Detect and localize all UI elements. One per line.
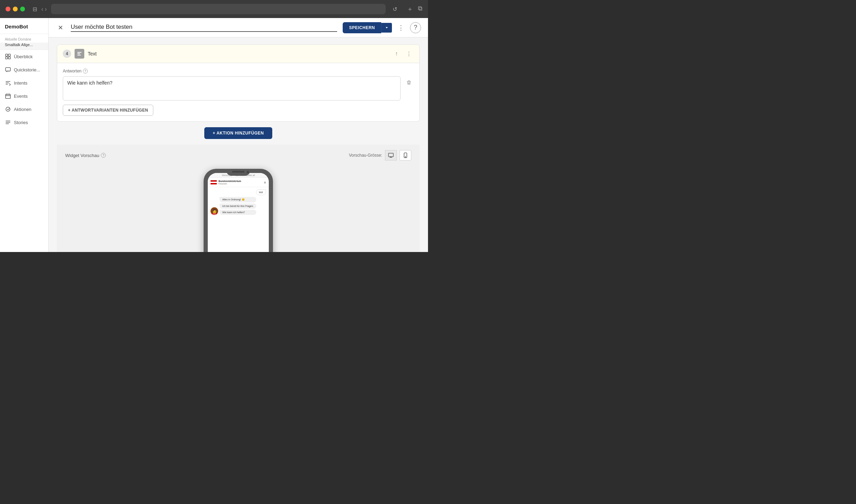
browser-chrome: ⊟ ‹ › ↺ ＋ ⧉ [0, 0, 428, 18]
chat-icon [5, 67, 11, 73]
svg-rect-9 [77, 55, 81, 55]
grid-icon [5, 53, 11, 60]
svg-point-12 [405, 157, 406, 157]
delete-answer-button[interactable] [404, 78, 414, 87]
add-action-button[interactable]: + AKTION HINZUFÜGEN [204, 127, 272, 139]
chevron-down-icon [385, 26, 388, 29]
sidebar: DemoBot Aktuelle Domäne Smalltalk Allge.… [0, 18, 49, 252]
svg-point-6 [6, 107, 10, 111]
svg-rect-10 [388, 153, 393, 157]
bot-avatar-label: FRED [211, 213, 218, 215]
add-action-section: + AKTION HINZUFÜGEN [57, 127, 420, 139]
minimize-button[interactable] [13, 7, 18, 11]
modal-close-button[interactable]: ✕ [55, 23, 65, 33]
svg-rect-7 [77, 52, 82, 53]
close-button[interactable] [6, 7, 10, 11]
preview-help-icon[interactable]: ? [101, 153, 106, 158]
action-card-header-actions: ↑ ⋮ [392, 49, 414, 59]
sidebar-toggle-icon[interactable]: ⊟ [33, 6, 37, 12]
sidebar-item-label-quickstories: Quickstorie... [14, 67, 40, 72]
help-button[interactable]: ? [410, 22, 421, 33]
answer-text-input[interactable] [63, 76, 401, 101]
phone-notch [226, 169, 250, 176]
mobile-view-button[interactable] [400, 150, 411, 160]
chat-org-name: Bundesministerium [219, 180, 262, 183]
sidebar-item-overview[interactable]: Überblick [0, 50, 48, 63]
phone-mockup-container: Vorschau — demobot.ubitec.at Bundesminis… [65, 165, 411, 252]
url-bar[interactable] [51, 4, 386, 14]
more-options-button[interactable]: ⋮ [395, 22, 406, 33]
action-card: 4 Text ↑ ⋮ [57, 44, 420, 122]
sidebar-item-quickstories[interactable]: Quickstorie... [0, 63, 48, 76]
sidebar-item-label-overview: Überblick [14, 54, 33, 59]
sidebar-item-label-intents: Intents [14, 80, 27, 86]
sidebar-section-label: Aktuelle Domäne [0, 34, 48, 43]
fullscreen-button[interactable] [20, 7, 25, 11]
phone-camera [247, 171, 249, 173]
austria-flag-icon [211, 180, 217, 184]
chat-bubble-1: Alles in Ordnung! 😊 [220, 197, 256, 202]
sidebar-item-intents[interactable]: Intents [0, 76, 48, 89]
action-card-header: 4 Text ↑ ⋮ [57, 45, 419, 63]
svg-rect-0 [6, 54, 8, 56]
add-variant-button[interactable]: + ANTWORTVARIANTEN HINZUFÜGEN [63, 105, 153, 116]
card-more-button[interactable]: ⋮ [404, 49, 414, 59]
save-button[interactable]: SPEICHERN [343, 22, 381, 33]
stories-icon [5, 119, 11, 125]
field-help-icon[interactable]: ? [83, 69, 88, 73]
phone-outer: Vorschau — demobot.ubitec.at Bundesminis… [204, 169, 273, 252]
move-up-button[interactable]: ↑ [392, 49, 401, 59]
preview-size-controls: Vorschau-Grösse: [349, 150, 411, 160]
action-type-label: Text [88, 51, 97, 57]
svg-rect-4 [6, 68, 10, 71]
field-label-antworten: Antworten ? [63, 69, 414, 73]
svg-rect-2 [6, 57, 8, 59]
sidebar-brand: DemoBot [0, 18, 48, 34]
sidebar-item-stories[interactable]: Stories [0, 116, 48, 129]
intent-icon [5, 80, 11, 86]
step-number: 4 [63, 50, 71, 58]
modal-header-actions: SPEICHERN ⋮ ? [343, 22, 421, 33]
sidebar-item-aktionen[interactable]: Aktionen [0, 103, 48, 116]
phone-chat-body: test 🧑 FRED Alles in Ordnung! 😊 [208, 187, 269, 252]
browser-actions: ＋ ⧉ [407, 5, 422, 13]
save-dropdown-button[interactable] [381, 23, 392, 33]
app-container: DemoBot Aktuelle Domäne Smalltalk Allge.… [0, 18, 428, 252]
modal-title: User möchte Bot testen [71, 24, 337, 32]
phone-screen: Vorschau — demobot.ubitec.at Bundesminis… [208, 173, 269, 252]
traffic-lights [6, 7, 25, 11]
forward-arrow-icon[interactable]: › [45, 6, 47, 13]
preview-label: Widget Vorschau ? [65, 153, 106, 158]
calendar-icon [5, 93, 11, 99]
text-input-row [63, 76, 414, 101]
sidebar-item-label-aktionen: Aktionen [14, 107, 32, 112]
sidebar-item-label-events: Events [14, 94, 28, 99]
modal-header: ✕ User möchte Bot testen SPEICHERN ⋮ ? [49, 18, 428, 37]
action-icon [5, 106, 11, 112]
modal-container: ✕ User möchte Bot testen SPEICHERN ⋮ ? [49, 18, 428, 252]
chat-bubble-3: Wie kann ich helfen? [220, 210, 256, 215]
sidebar-item-events[interactable]: Events [0, 89, 48, 103]
new-tab-icon[interactable]: ＋ [407, 5, 413, 13]
chat-message-right: test [211, 189, 266, 195]
preview-size-label: Vorschau-Grösse: [349, 153, 382, 158]
preview-header: Widget Vorschau ? Vorschau-Grösse: [65, 150, 411, 160]
chat-bubbles-left: Alles in Ordnung! 😊 Ich bin bereit für I… [220, 197, 256, 215]
action-card-body: Antworten ? + ANTWORTVARIANTEN HINZUFÜGE… [57, 63, 419, 121]
sidebar-domain: Smalltalk Allge... [0, 43, 48, 50]
save-button-group: SPEICHERN [343, 22, 392, 33]
desktop-view-button[interactable] [385, 150, 397, 160]
chat-menu-icon[interactable]: ≡ [264, 181, 266, 184]
nav-arrows: ‹ › [41, 6, 47, 13]
chat-dept-name: Finanzen [219, 183, 262, 185]
svg-rect-1 [8, 54, 10, 56]
modal-body: 4 Text ↑ ⋮ [49, 37, 428, 252]
refresh-icon[interactable]: ↺ [393, 6, 397, 12]
back-arrow-icon[interactable]: ‹ [41, 6, 43, 13]
text-type-icon [75, 49, 84, 59]
svg-rect-5 [6, 94, 10, 98]
phone-speaker [232, 171, 245, 173]
svg-rect-8 [77, 53, 80, 54]
tab-overview-icon[interactable]: ⧉ [418, 5, 422, 13]
chat-header-text: Bundesministerium Finanzen [219, 180, 262, 185]
